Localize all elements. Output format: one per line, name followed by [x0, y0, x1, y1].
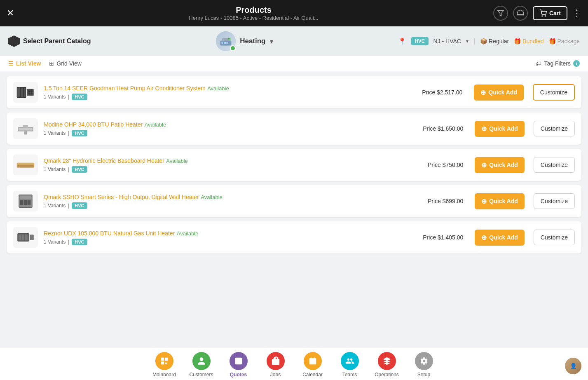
bottom-nav: Mainboard Customers Quotes Jobs Calendar…: [0, 347, 588, 380]
customize-button[interactable]: Customize: [534, 193, 575, 209]
product-row: 1.5 Ton 14 SEER Goodman Heat Pump Air Co…: [7, 76, 581, 108]
top-header: ✕ Products Henry Lucas - 10085 - Active …: [0, 0, 588, 26]
svg-point-1: [542, 16, 543, 16]
filter-icon-button[interactable]: [493, 6, 508, 21]
quick-add-label: Quick Add: [488, 89, 517, 96]
regular-icon: 📦: [480, 38, 487, 45]
teams-icon: [341, 352, 359, 370]
customize-button[interactable]: Customize: [534, 121, 575, 136]
catalog-chevron-icon: ▾: [270, 38, 273, 45]
product-info: Reznor UDX 105,000 BTU Natural Gas Unit …: [44, 230, 417, 245]
operations-label: Operations: [375, 372, 399, 378]
header-left: ✕: [7, 8, 14, 19]
svg-rect-36: [22, 235, 24, 240]
product-name[interactable]: Modine OHP 34,000 BTU Patio Heater Avail…: [44, 121, 166, 128]
svg-rect-31: [28, 200, 31, 205]
svg-rect-6: [227, 42, 229, 44]
svg-rect-12: [23, 88, 26, 97]
header-subtitle: Henry Lucas - 10085 - Active - Residenti…: [189, 15, 318, 21]
svg-rect-28: [20, 196, 31, 199]
list-view-icon: ☰: [8, 60, 14, 67]
view-options: ☰ List View ⊞ Grid View: [8, 60, 82, 67]
product-thumbnail: [13, 82, 38, 103]
product-row: Modine OHP 34,000 BTU Patio Heater Avail…: [7, 113, 581, 145]
customers-icon: [192, 352, 211, 370]
svg-rect-30: [23, 200, 27, 205]
helmet-icon-button[interactable]: [513, 6, 528, 21]
product-info: Qmark 28" Hydronic Electric Baseboard He…: [44, 157, 422, 173]
plus-icon: ⊕: [481, 125, 487, 133]
svg-point-2: [545, 16, 546, 16]
svg-rect-35: [19, 235, 21, 240]
page-title: Products: [189, 5, 318, 15]
svg-rect-24: [17, 165, 34, 166]
svg-rect-39: [309, 358, 316, 364]
product-info: Qmark SSHO Smart Series - High Output Di…: [44, 193, 422, 209]
product-thumbnail: [13, 227, 38, 248]
customize-button[interactable]: Customize: [534, 157, 575, 173]
product-price: Price $1,650.00: [423, 125, 463, 132]
bundled-view-option[interactable]: 🎁 Bundled: [514, 38, 543, 45]
product-price: Price $750.00: [428, 162, 463, 168]
more-options-button[interactable]: ⋮: [572, 8, 581, 19]
quick-add-button[interactable]: ⊕ Quick Add: [474, 84, 524, 101]
product-name[interactable]: Qmark 28" Hydronic Electric Baseboard He…: [44, 157, 188, 164]
product-meta: 1 Variants | HVC: [44, 202, 422, 209]
plus-icon: ⊕: [480, 89, 486, 96]
tag-filters-button[interactable]: 🏷 Tag Filters i: [536, 60, 580, 67]
nav-item-setup[interactable]: Setup: [405, 350, 443, 379]
nav-item-mainboard[interactable]: Mainboard: [146, 350, 183, 379]
customize-button[interactable]: Customize: [533, 84, 575, 101]
plus-icon: ⊕: [481, 197, 487, 205]
region-dropdown-arrow[interactable]: ▾: [466, 38, 469, 44]
catalog-center: Heating ▾: [99, 31, 390, 51]
cart-button[interactable]: Cart: [533, 6, 567, 20]
package-view-option[interactable]: 🎁 Package: [549, 38, 580, 45]
product-name[interactable]: 1.5 Ton 14 SEER Goodman Heat Pump Air Co…: [44, 84, 229, 91]
nav-items: Mainboard Customers Quotes Jobs Calendar…: [146, 350, 443, 379]
view-bar: ☰ List View ⊞ Grid View 🏷 Tag Filters i: [0, 56, 588, 71]
catalog-bar: Select Parent Catalog Heating: [0, 26, 588, 56]
nav-item-customers[interactable]: Customers: [183, 350, 220, 379]
customers-label: Customers: [189, 372, 213, 378]
quick-add-label: Quick Add: [489, 162, 518, 168]
svg-rect-20: [23, 125, 28, 128]
quotes-icon: [230, 352, 248, 370]
catalog-product-selector[interactable]: Heating ▾: [216, 31, 273, 51]
product-price: Price $699.00: [428, 198, 463, 204]
svg-rect-19: [19, 128, 32, 130]
quick-add-button[interactable]: ⊕ Quick Add: [475, 193, 525, 209]
products-area: 1.5 Ton 14 SEER Goodman Heat Pump Air Co…: [0, 71, 588, 347]
regular-view-option[interactable]: 📦 Regular: [480, 38, 509, 45]
nav-item-jobs[interactable]: Jobs: [257, 350, 294, 379]
jobs-icon: [267, 352, 285, 370]
customize-button[interactable]: Customize: [534, 230, 575, 245]
catalog-region: NJ - HVAC: [433, 38, 461, 45]
list-view-option[interactable]: ☰ List View: [8, 60, 41, 67]
quick-add-button[interactable]: ⊕ Quick Add: [475, 121, 525, 137]
plus-icon: ⊕: [481, 161, 487, 169]
quick-add-button[interactable]: ⊕ Quick Add: [475, 157, 525, 173]
close-button[interactable]: ✕: [7, 8, 14, 19]
product-name[interactable]: Reznor UDX 105,000 BTU Natural Gas Unit …: [44, 230, 198, 237]
nav-item-teams[interactable]: Teams: [331, 350, 368, 379]
grid-view-icon: ⊞: [49, 60, 54, 67]
teams-label: Teams: [342, 372, 357, 378]
product-badge: HVC: [72, 166, 87, 173]
nav-item-calendar[interactable]: Calendar: [294, 350, 331, 379]
grid-view-option[interactable]: ⊞ Grid View: [49, 60, 81, 67]
product-thumbnail: [13, 191, 38, 211]
product-badge: HVC: [72, 202, 87, 209]
catalog-product-image: [216, 31, 236, 51]
product-variants: 1 Variants: [44, 239, 66, 245]
location-icon: 📍: [398, 38, 406, 45]
avatar-image: 👤: [565, 358, 581, 374]
product-name[interactable]: Qmark SSHO Smart Series - High Output Di…: [44, 193, 223, 200]
setup-label: Setup: [417, 372, 430, 378]
nav-item-quotes[interactable]: Quotes: [220, 350, 257, 379]
user-avatar[interactable]: 👤: [565, 358, 581, 374]
svg-marker-0: [497, 10, 504, 16]
nav-item-operations[interactable]: Operations: [368, 350, 405, 379]
quotes-label: Quotes: [230, 372, 247, 378]
quick-add-button[interactable]: ⊕ Quick Add: [475, 230, 525, 246]
